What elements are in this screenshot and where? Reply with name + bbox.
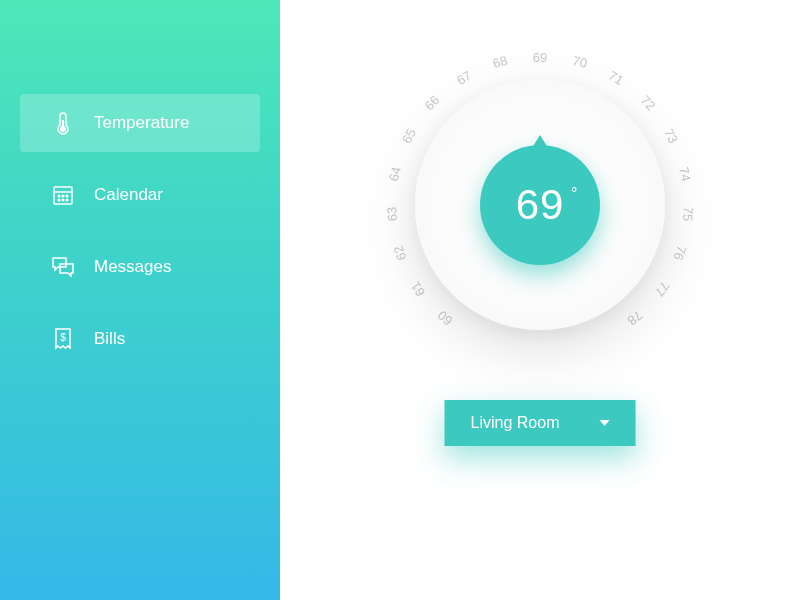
dial-tick: 77 [652, 278, 673, 298]
svg-point-8 [62, 199, 64, 201]
dial-tick: 62 [391, 244, 410, 263]
temperature-value: 69° [516, 181, 565, 229]
thermometer-icon [50, 110, 76, 136]
dial-tick: 76 [671, 244, 690, 263]
sidebar-item-temperature[interactable]: Temperature [20, 94, 260, 152]
calendar-icon [50, 182, 76, 208]
svg-point-5 [62, 195, 64, 197]
sidebar: Temperature Calendar Messages [0, 0, 280, 600]
dial-tick: 65 [399, 126, 419, 146]
chevron-down-icon [599, 420, 609, 426]
sidebar-item-label: Calendar [94, 185, 163, 205]
svg-point-7 [58, 199, 60, 201]
dial-knob[interactable]: 69° [480, 145, 600, 265]
messages-icon [50, 254, 76, 280]
svg-point-9 [66, 199, 68, 201]
dial-tick: 72 [637, 93, 658, 114]
dial-tick: 66 [422, 93, 443, 114]
sidebar-item-calendar[interactable]: Calendar [20, 166, 260, 224]
degree-symbol: ° [571, 185, 578, 203]
svg-text:$: $ [60, 332, 66, 343]
dial-tick: 68 [491, 53, 509, 71]
sidebar-item-label: Bills [94, 329, 125, 349]
bills-icon: $ [50, 326, 76, 352]
main-panel: 60616263646566676869707172737475767778 6… [280, 0, 800, 600]
dial-tick: 74 [676, 165, 694, 182]
dial-tick: 70 [571, 53, 589, 71]
svg-point-4 [58, 195, 60, 197]
dial-tick: 60 [435, 308, 456, 329]
temperature-dial[interactable]: 60616263646566676869707172737475767778 6… [415, 80, 665, 330]
dial-tick: 75 [680, 206, 696, 221]
sidebar-item-bills[interactable]: $ Bills [20, 310, 260, 368]
dial-tick: 71 [606, 68, 626, 88]
dial-tick: 73 [661, 126, 681, 146]
dial-tick: 63 [384, 206, 400, 221]
sidebar-item-messages[interactable]: Messages [20, 238, 260, 296]
room-dropdown-label: Living Room [471, 414, 560, 432]
svg-point-6 [66, 195, 68, 197]
dial-outer-ring: 69° [415, 80, 665, 330]
dial-tick: 64 [386, 165, 404, 182]
dial-pointer-icon [530, 135, 550, 151]
room-dropdown[interactable]: Living Room [445, 400, 636, 446]
sidebar-item-label: Messages [94, 257, 171, 277]
dial-tick: 67 [453, 68, 473, 88]
dial-tick: 69 [533, 50, 547, 65]
dial-tick: 78 [625, 308, 646, 329]
dial-tick: 61 [408, 278, 429, 298]
sidebar-item-label: Temperature [94, 113, 189, 133]
